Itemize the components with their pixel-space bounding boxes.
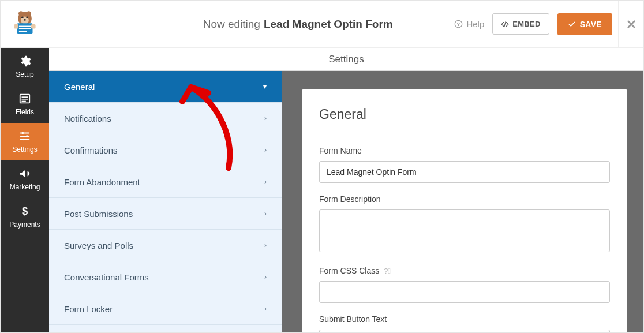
svg-text:$: $	[22, 205, 28, 217]
help-icon[interactable]: ?⃝	[384, 267, 391, 275]
nav-item-label: Form Locker	[64, 304, 113, 314]
sidebar-item-label: Fields	[16, 108, 34, 116]
svg-rect-17	[22, 99, 28, 100]
form-name-label: Form Name	[319, 146, 610, 155]
settings-nav-surveys-polls[interactable]: Surveys and Polls ›	[49, 230, 282, 261]
help-link[interactable]: ? Help	[454, 19, 484, 29]
settings-nav-post-submissions[interactable]: Post Submissions ›	[49, 198, 282, 230]
form-title: Lead Magnet Optin Form	[264, 18, 393, 31]
svg-point-4	[21, 16, 23, 18]
sidebar-item-setup[interactable]: Setup	[1, 48, 49, 85]
nav-item-label: Conversational Forms	[64, 272, 149, 282]
settings-nav-form-abandonment[interactable]: Form Abandonment ›	[49, 166, 282, 198]
svg-rect-10	[19, 30, 27, 31]
nav-item-label: Confirmations	[64, 145, 118, 155]
settings-nav-notifications[interactable]: Notifications ›	[49, 103, 282, 134]
sidebar-item-label: Settings	[12, 145, 37, 154]
chevron-down-icon: ▾	[263, 83, 267, 91]
sidebar-item-label: Payments	[9, 220, 40, 229]
chevron-right-icon: ›	[264, 305, 267, 313]
settings-panel: General Form Name Form Description Form …	[302, 89, 627, 332]
svg-rect-8	[19, 25, 31, 27]
sidebar-item-label: Marketing	[10, 183, 40, 191]
dollar-icon: $	[18, 205, 31, 218]
panel-wrap: General Form Name Form Description Form …	[282, 71, 643, 332]
svg-text:?: ?	[457, 21, 460, 27]
chevron-right-icon: ›	[264, 273, 267, 281]
app-logo	[1, 1, 49, 48]
check-icon	[568, 20, 576, 28]
submit-button-text-label: Submit Button Text	[319, 315, 610, 324]
field-form-name: Form Name	[319, 146, 610, 183]
svg-rect-18	[22, 101, 26, 102]
main-sidebar: Setup Fields Settings Marketing $ Paymen…	[1, 48, 49, 332]
settings-nav-form-locker[interactable]: Form Locker ›	[49, 293, 282, 325]
submit-button-text-input[interactable]	[319, 330, 610, 332]
close-icon	[626, 19, 636, 29]
bullhorn-icon	[18, 167, 31, 180]
chevron-right-icon: ›	[264, 209, 267, 218]
form-css-class-input[interactable]	[319, 281, 610, 303]
app-body: Settings General ▾ Notifications › Confi…	[49, 48, 643, 332]
settings-nav: General ▾ Notifications › Confirmations …	[49, 71, 282, 332]
svg-point-21	[23, 139, 25, 141]
svg-point-19	[22, 132, 24, 134]
topbar: Now editing Lead Magnet Optin Form ? Hel…	[1, 1, 643, 48]
sidebar-item-settings[interactable]: Settings	[1, 123, 49, 160]
title-area: Now editing Lead Magnet Optin Form	[49, 18, 454, 31]
svg-point-1	[18, 11, 23, 16]
form-css-class-label-text: Form CSS Class	[319, 266, 379, 275]
nav-item-label: General	[64, 82, 95, 92]
form-description-label: Form Description	[319, 194, 610, 204]
svg-rect-16	[22, 96, 28, 98]
svg-point-20	[26, 135, 28, 137]
panel-heading: General	[319, 107, 610, 133]
chevron-right-icon: ›	[264, 146, 267, 154]
sidebar-item-marketing[interactable]: Marketing	[1, 160, 49, 198]
chevron-right-icon: ›	[264, 114, 267, 122]
help-icon: ?	[454, 20, 463, 28]
svg-point-5	[27, 16, 28, 18]
form-description-input[interactable]	[319, 209, 610, 252]
svg-point-2	[27, 11, 31, 16]
top-actions: ? Help EMBED SAVE	[454, 13, 618, 35]
form-css-class-label: Form CSS Class ?⃝	[319, 266, 610, 275]
chevron-right-icon: ›	[264, 241, 267, 249]
help-label: Help	[466, 19, 484, 29]
nav-item-label: Post Submissions	[64, 209, 133, 219]
embed-label: EMBED	[512, 20, 540, 28]
work-area: General ▾ Notifications › Confirmations …	[49, 71, 643, 332]
sliders-icon	[18, 130, 31, 143]
now-editing-label: Now editing	[203, 18, 260, 31]
field-form-css-class: Form CSS Class ?⃝	[319, 266, 610, 303]
form-name-input[interactable]	[319, 161, 610, 183]
section-header: Settings	[49, 48, 643, 71]
field-form-description: Form Description	[319, 194, 610, 255]
sidebar-item-label: Setup	[16, 70, 33, 78]
nav-item-label: Surveys and Polls	[64, 241, 133, 250]
save-label: SAVE	[580, 20, 602, 29]
svg-rect-9	[19, 28, 31, 29]
settings-nav-confirmations[interactable]: Confirmations ›	[49, 134, 282, 166]
sidebar-item-fields[interactable]: Fields	[1, 85, 49, 123]
save-button[interactable]: SAVE	[557, 13, 612, 35]
gear-icon	[18, 55, 31, 68]
nav-item-label: Notifications	[64, 114, 111, 124]
embed-button[interactable]: EMBED	[492, 13, 549, 35]
sidebar-item-payments[interactable]: $ Payments	[1, 198, 49, 235]
settings-nav-general[interactable]: General ▾	[49, 71, 282, 103]
list-icon	[18, 92, 31, 105]
svg-point-6	[24, 19, 26, 21]
svg-rect-12	[31, 24, 36, 29]
close-button[interactable]	[618, 1, 643, 48]
svg-rect-11	[14, 24, 18, 29]
field-submit-button-text: Submit Button Text	[319, 315, 610, 332]
chevron-right-icon: ›	[264, 178, 267, 186]
nav-item-label: Form Abandonment	[64, 177, 140, 187]
settings-nav-conversational-forms[interactable]: Conversational Forms ›	[49, 261, 282, 293]
code-icon	[501, 20, 509, 28]
